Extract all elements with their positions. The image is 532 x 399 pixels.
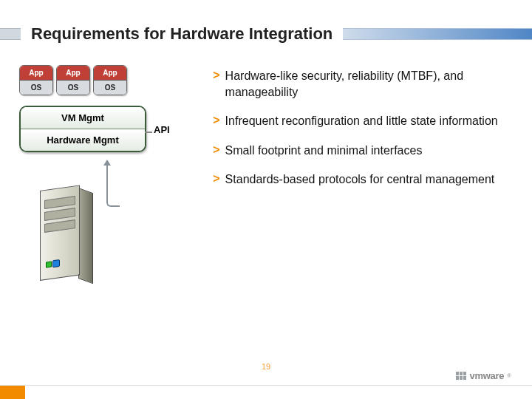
footer: 19 vmware ® (0, 358, 532, 399)
api-connector-line (145, 132, 152, 133)
app-label: App (20, 66, 52, 81)
server-connector (106, 161, 120, 207)
diagram-panel: App OS App OS App OS VM Mgmt Hardware Mg… (13, 65, 198, 346)
os-label: OS (20, 81, 52, 95)
list-item: > Hardware-like security, reliability (M… (213, 68, 519, 100)
registered-mark: ® (507, 372, 511, 379)
bullet-list: > Hardware-like security, reliability (M… (198, 65, 519, 346)
app-block: App OS (19, 65, 53, 95)
brand-logo: vmware ® (456, 370, 511, 381)
app-label: App (57, 66, 89, 81)
hw-mgmt-cell: Hardware Mgmt (21, 129, 145, 151)
chevron-icon: > (213, 69, 218, 83)
bullet-text: Hardware-like security, reliability (MTB… (225, 68, 519, 100)
title-accent-right (343, 28, 532, 40)
api-label: API (154, 124, 170, 135)
list-item: > Infrequent reconfiguration and little … (213, 113, 519, 129)
chevron-icon: > (213, 115, 218, 128)
page-title: Requirements for Hardware Integration (31, 24, 332, 44)
chevron-icon: > (213, 144, 218, 157)
page-number: 19 (0, 358, 532, 371)
mgmt-stack: VM Mgmt Hardware Mgmt (19, 106, 146, 152)
bullet-text: Infrequent reconfiguration and little st… (225, 113, 498, 129)
app-block: App OS (56, 65, 90, 95)
title-accent-left (0, 28, 21, 40)
os-label: OS (94, 81, 126, 95)
os-label: OS (57, 81, 89, 95)
brand-logo-text: vmware (469, 370, 504, 381)
app-label: App (94, 66, 126, 81)
title-bar: Requirements for Hardware Integration (0, 21, 532, 47)
bullet-text: Standards-based protocols for central ma… (225, 171, 495, 188)
list-item: > Standards-based protocols for central … (213, 171, 519, 188)
brand-logo-icon (456, 372, 466, 380)
vm-mgmt-cell: VM Mgmt (21, 107, 145, 129)
app-block: App OS (93, 65, 127, 95)
footer-bar (0, 385, 532, 399)
bullet-text: Small footprint and minimal interfaces (225, 143, 423, 159)
app-os-row: App OS App OS App OS (13, 65, 198, 95)
list-item: > Small footprint and minimal interfaces (213, 143, 519, 159)
chevron-icon: > (213, 173, 218, 186)
server-icon (40, 191, 95, 287)
